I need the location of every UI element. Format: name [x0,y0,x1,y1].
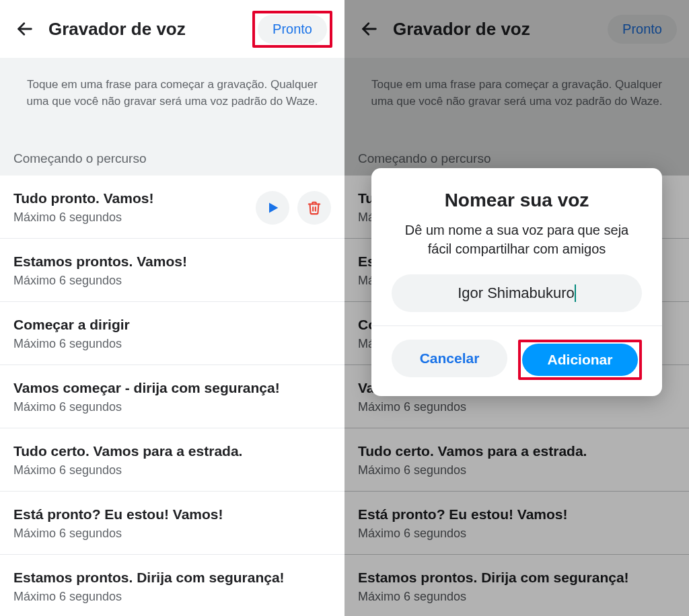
phrase-row[interactable]: Vamos começar - dirija com segurança!Máx… [0,365,344,428]
cancel-button[interactable]: Cancelar [392,340,507,377]
phrase-list: Tudo pronto. Vamos!Máximo 6 segundosEsta… [0,176,344,616]
phrase-row[interactable]: Começar a dirigirMáximo 6 segundos [0,302,344,365]
phrase-row[interactable]: Está pronto? Eu estou! Vamos!Máximo 6 se… [0,492,344,555]
phrase-row[interactable]: Estamos prontos. Dirija com segurança!Má… [0,555,344,616]
phrase-text: Estamos prontos. Dirija com segurança!Má… [13,570,331,604]
app-header: Gravador de voz Pronto [0,0,344,58]
phrase-title: Vamos começar - dirija com segurança! [13,380,331,396]
voice-name-input[interactable]: Igor Shimabukuro [392,274,642,312]
phrase-text: Estamos prontos. Vamos!Máximo 6 segundos [13,254,331,288]
add-button[interactable]: Adicionar [522,344,638,376]
phrase-title: Estamos prontos. Dirija com segurança! [13,570,331,586]
modal-input-wrap: Igor Shimabukuro [371,274,662,312]
phrase-row[interactable]: Tudo certo. Vamos para a estrada.Máximo … [0,428,344,492]
right-screenshot: Gravador de voz Pronto Toque em uma fras… [344,0,689,616]
svg-marker-1 [269,202,278,213]
phrase-max: Máximo 6 segundos [13,527,331,541]
phrase-row[interactable]: Estamos prontos. Vamos!Máximo 6 segundos [0,239,344,302]
phrase-text: Tudo certo. Vamos para a estrada.Máximo … [13,443,331,477]
highlight-add: Adicionar [518,340,642,380]
highlight-done: Pronto [252,11,332,48]
phrase-text: Começar a dirigirMáximo 6 segundos [13,317,331,351]
name-voice-modal: Nomear sua voz Dê um nome a sua voz para… [371,168,662,396]
phrase-title: Tudo pronto. Vamos! [13,190,248,206]
phrase-max: Máximo 6 segundos [13,274,331,288]
modal-subtitle: Dê um nome a sua voz para que seja fácil… [371,221,662,258]
section-header: Começando o percurso [0,151,344,176]
phrase-text: Está pronto? Eu estou! Vamos!Máximo 6 se… [13,506,331,541]
play-icon [266,201,279,215]
phrase-max: Máximo 6 segundos [13,590,331,604]
phrase-text: Tudo pronto. Vamos!Máximo 6 segundos [13,190,248,225]
text-caret-icon [575,284,576,302]
phrase-title: Começar a dirigir [13,317,331,333]
phrase-max: Máximo 6 segundos [13,400,331,414]
left-screenshot: Gravador de voz Pronto Toque em uma fras… [0,0,344,616]
phrase-max: Máximo 6 segundos [13,463,331,477]
arrow-left-icon [15,20,34,38]
phrase-title: Estamos prontos. Vamos! [13,254,331,270]
page-title: Gravador de voz [48,19,252,40]
phrase-title: Está pronto? Eu estou! Vamos! [13,506,331,523]
delete-button[interactable] [297,191,331,225]
phrase-text: Vamos começar - dirija com segurança!Máx… [13,380,331,414]
play-button[interactable] [256,191,289,225]
phrase-row[interactable]: Tudo pronto. Vamos!Máximo 6 segundos [0,176,344,239]
voice-name-value: Igor Shimabukuro [458,284,575,302]
phrase-title: Tudo certo. Vamos para a estrada. [13,443,331,459]
instruction-text: Toque em uma frase para começar a gravaç… [0,58,344,151]
back-button[interactable] [12,16,38,42]
modal-actions: Cancelar Adicionar [371,340,662,380]
done-button[interactable]: Pronto [258,15,327,44]
modal-title: Nomear sua voz [371,190,662,211]
trash-icon [307,200,322,215]
phrase-max: Máximo 6 segundos [13,210,248,225]
modal-divider [371,325,662,326]
phrase-max: Máximo 6 segundos [13,337,331,351]
